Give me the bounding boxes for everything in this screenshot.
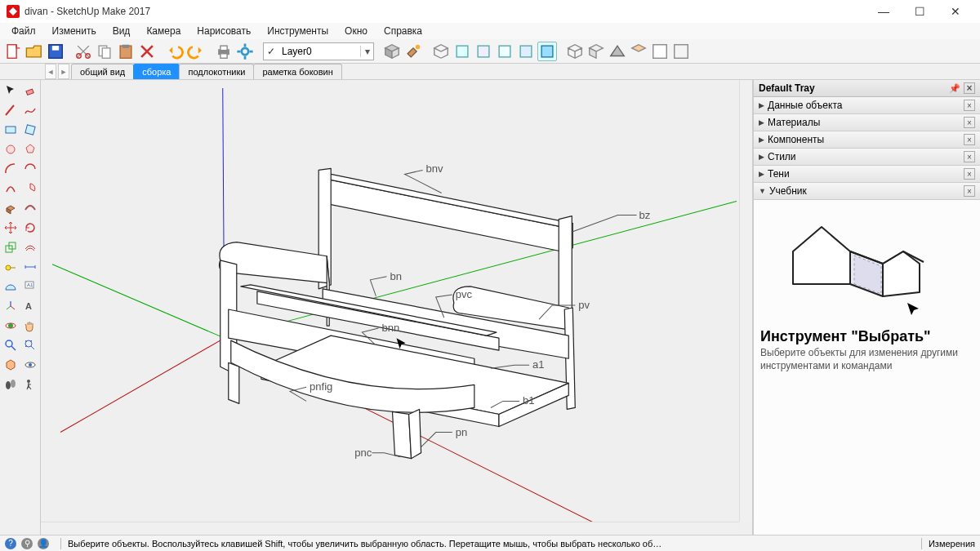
lookaround-tool-icon[interactable] <box>21 356 39 374</box>
chevron-down-icon[interactable]: ▾ <box>360 46 373 57</box>
svg-rect-22 <box>6 127 16 133</box>
axes-tool-icon[interactable] <box>2 297 20 315</box>
followme-tool-icon[interactable] <box>21 199 39 217</box>
offset-tool-icon[interactable] <box>21 238 39 256</box>
menu-tools[interactable]: Инструменты <box>259 24 336 38</box>
panel-close-icon[interactable]: × <box>964 117 975 128</box>
arc3-tool-icon[interactable] <box>2 180 20 198</box>
section-tool-icon[interactable] <box>2 356 20 374</box>
scene-prev-button[interactable]: ◄ <box>45 64 56 79</box>
arc2-tool-icon[interactable] <box>21 160 39 178</box>
new-icon[interactable] <box>3 42 23 61</box>
panel-components[interactable]: ▶Компоненты× <box>754 131 980 149</box>
copy-icon[interactable] <box>95 42 114 61</box>
menu-draw[interactable]: Нарисовать <box>189 24 259 38</box>
panel-styles[interactable]: ▶Стили× <box>754 149 980 166</box>
scene-next-button[interactable]: ► <box>58 64 69 79</box>
orbit-tool-icon[interactable] <box>2 317 20 335</box>
delete-icon[interactable] <box>137 42 157 61</box>
view-right-icon[interactable] <box>495 42 514 61</box>
user-badge-icon[interactable]: 👤 <box>38 538 49 549</box>
style-mono-icon[interactable] <box>650 42 670 61</box>
zoomext-tool-icon[interactable] <box>21 336 39 354</box>
open-icon[interactable] <box>24 42 44 61</box>
view-left-icon[interactable] <box>537 42 557 61</box>
style-xray-icon[interactable] <box>671 42 691 61</box>
tape-tool-icon[interactable] <box>2 258 20 276</box>
select-tool-icon[interactable] <box>2 82 20 100</box>
polygon-tool-icon[interactable] <box>21 140 39 158</box>
menu-camera[interactable]: Камера <box>138 24 189 38</box>
scene-tab[interactable]: подлокотники <box>179 64 254 79</box>
protractor-tool-icon[interactable] <box>2 278 20 295</box>
component-icon[interactable] <box>382 42 402 61</box>
panel-entity-info[interactable]: ▶Данные объекта× <box>754 97 980 114</box>
label-bz: bz <box>639 209 651 221</box>
text-tool-icon[interactable]: A1 <box>21 278 39 295</box>
style-tex-icon[interactable] <box>629 42 648 61</box>
print-icon[interactable] <box>214 42 234 61</box>
panel-instructor[interactable]: ▼Учебник× <box>754 183 980 200</box>
view-back-icon[interactable] <box>516 42 536 61</box>
close-button[interactable]: ✕ <box>938 0 973 23</box>
tray-close-icon[interactable]: × <box>964 82 975 94</box>
pin-icon[interactable]: 📌 <box>949 83 960 94</box>
panel-close-icon[interactable]: × <box>964 100 975 111</box>
rect-tool-icon[interactable] <box>2 121 20 139</box>
zoom-tool-icon[interactable] <box>2 336 20 354</box>
style-wire-icon[interactable] <box>565 42 585 61</box>
view-top-icon[interactable] <box>452 42 472 61</box>
freehand-tool-icon[interactable] <box>21 101 39 119</box>
eraser-tool-icon[interactable] <box>21 82 39 100</box>
style-shaded-icon[interactable] <box>608 42 627 61</box>
viewport-scrollbar-vertical[interactable] <box>739 80 752 522</box>
panel-materials[interactable]: ▶Материалы× <box>754 114 980 131</box>
save-icon[interactable] <box>46 42 65 61</box>
geo-badge-icon[interactable]: ⚲ <box>21 538 33 549</box>
paint-icon[interactable] <box>403 42 423 61</box>
pie-tool-icon[interactable] <box>21 180 39 198</box>
rotrect-tool-icon[interactable] <box>21 121 39 139</box>
panel-shadows[interactable]: ▶Тени× <box>754 166 980 183</box>
scene-tab[interactable]: общий вид <box>71 64 134 79</box>
dimension-tool-icon[interactable] <box>21 258 39 276</box>
pushpull-tool-icon[interactable] <box>2 199 20 217</box>
menu-view[interactable]: Вид <box>105 24 139 38</box>
arc-tool-icon[interactable] <box>2 160 20 178</box>
scene-tab[interactable]: раметка боковин <box>253 64 341 79</box>
panel-close-icon[interactable]: × <box>964 151 975 162</box>
panel-close-icon[interactable]: × <box>964 168 975 180</box>
pan-tool-icon[interactable] <box>21 317 39 335</box>
cut-icon[interactable] <box>74 42 93 61</box>
3dtext-tool-icon[interactable]: A <box>21 297 39 315</box>
redo-icon[interactable] <box>186 42 206 61</box>
paste-icon[interactable] <box>116 42 136 61</box>
layer-dropdown[interactable]: ✓ ▾ <box>263 42 374 60</box>
settings-icon[interactable] <box>235 42 255 61</box>
view-front-icon[interactable] <box>474 42 493 61</box>
style-hidden-icon[interactable] <box>586 42 606 61</box>
circle-tool-icon[interactable] <box>2 140 20 158</box>
panel-close-icon[interactable]: × <box>964 185 975 197</box>
tray-titlebar[interactable]: Default Tray 📌 × <box>754 80 980 97</box>
menu-edit[interactable]: Изменить <box>44 24 105 38</box>
menu-window[interactable]: Окно <box>336 24 376 38</box>
rotate-tool-icon[interactable] <box>21 219 39 237</box>
help-badge-icon[interactable]: ? <box>5 538 16 549</box>
viewport-scrollbar-horizontal[interactable] <box>41 522 739 535</box>
layer-input[interactable] <box>278 46 360 57</box>
menu-help[interactable]: Справка <box>376 24 430 38</box>
panel-close-icon[interactable]: × <box>964 134 975 145</box>
line-tool-icon[interactable] <box>2 101 20 119</box>
scene-tab[interactable]: сборка <box>133 64 180 79</box>
viewport-3d[interactable]: bnv bz bn pvc pv bnn a1 b1 pn pnc pnfig <box>41 80 753 535</box>
position-camera-icon[interactable] <box>21 375 39 393</box>
walk-tool-icon[interactable] <box>2 375 20 393</box>
view-iso-icon[interactable] <box>431 42 451 61</box>
move-tool-icon[interactable] <box>2 219 20 237</box>
minimize-button[interactable]: — <box>866 0 902 23</box>
scale-tool-icon[interactable] <box>2 238 20 256</box>
undo-icon[interactable] <box>165 42 185 61</box>
menu-file[interactable]: Файл <box>3 24 44 38</box>
maximize-button[interactable]: ☐ <box>902 0 938 23</box>
